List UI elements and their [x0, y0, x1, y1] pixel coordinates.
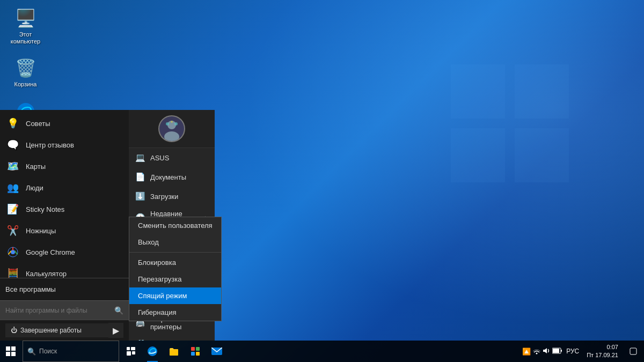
app-item-sticky[interactable]: 📝 Sticky Notes: [0, 198, 129, 220]
svg-rect-31: [561, 350, 562, 352]
svg-rect-22: [170, 349, 178, 356]
svg-rect-26: [196, 352, 200, 356]
app-item-maps[interactable]: 🗺️ Карты: [0, 156, 129, 177]
documents-icon: 📄: [134, 171, 146, 183]
desktop: 🖥️ Этоткомпьютер 🗑️ Корзина F: [0, 0, 644, 362]
app-item-snipping[interactable]: ✂️ Ножницы: [0, 220, 129, 241]
rp-asus[interactable]: 💻 ASUS: [129, 148, 215, 167]
apps-list: 💡 Советы 🗨️ Центр отзывов 🗺️ Карты 👥 Люд…: [0, 110, 129, 278]
taskbar-lang[interactable]: РУС: [563, 348, 582, 355]
submenu-switch-user[interactable]: Сменить пользователя: [129, 217, 221, 234]
submenu-separator: [129, 252, 221, 253]
svg-rect-14: [11, 346, 16, 351]
chrome-icon: [5, 245, 20, 260]
desktop-icons: 🖥️ Этоткомпьютер 🗑️ Корзина F: [5, 5, 46, 127]
svg-rect-18: [131, 347, 135, 350]
svg-point-28: [536, 352, 538, 354]
notification-button[interactable]: [623, 341, 644, 362]
submenu-sleep[interactable]: Спящий режим: [129, 287, 221, 304]
recycle-bin-icon: 🗑️: [15, 57, 36, 79]
taskbar-clock[interactable]: 0:07 Пт 17.09.21: [582, 343, 623, 360]
svg-rect-13: [6, 346, 10, 351]
svg-rect-16: [11, 352, 16, 356]
power-area: ⏻ Завершение работы ▶: [0, 320, 129, 341]
sticky-icon: 📝: [5, 202, 20, 217]
svg-rect-19: [127, 351, 131, 356]
svg-rect-32: [630, 348, 636, 354]
user-avatar[interactable]: [158, 115, 185, 142]
power-arrow-button[interactable]: ▶: [108, 323, 123, 338]
svg-rect-17: [127, 347, 130, 350]
svg-rect-24: [196, 347, 200, 351]
taskbar-search-label: Поиск: [39, 348, 57, 355]
windows-logo-watermark: [451, 64, 569, 182]
search-icon: 🔍: [114, 306, 123, 315]
taskbar-edge[interactable]: [142, 341, 163, 362]
rp-admin[interactable]: 🛠️ Администрирование ▶: [129, 335, 215, 341]
tray-volume[interactable]: [541, 346, 551, 357]
tips-icon: 💡: [5, 116, 20, 131]
computer-icon: 🖥️: [15, 8, 36, 29]
taskbar: 🔍 Поиск: [0, 341, 644, 362]
power-icon: ⏻: [11, 327, 17, 334]
submenu-hibernate[interactable]: Гибернация: [129, 304, 221, 321]
taskbar-items: 🔍 Поиск: [21, 341, 228, 362]
svg-rect-20: [132, 351, 135, 354]
search-input[interactable]: [5, 307, 114, 314]
asus-icon: 💻: [134, 152, 146, 164]
svg-rect-0: [451, 64, 505, 119]
computer-icon-label: Этоткомпьютер: [11, 31, 40, 45]
svg-point-11: [174, 122, 178, 125]
taskbar-explorer[interactable]: [163, 341, 185, 362]
tray-expand[interactable]: 🔼: [521, 346, 532, 357]
rp-documents[interactable]: 📄 Документы: [129, 167, 215, 187]
downloads-icon: ⬇️: [134, 190, 146, 202]
power-submenu: Сменить пользователя Выход Блокировка Пе…: [129, 217, 222, 321]
clock-date: Пт 17.09.21: [587, 351, 618, 359]
app-item-people[interactable]: 👥 Люди: [0, 177, 129, 198]
tray-network[interactable]: [532, 346, 541, 357]
svg-rect-25: [191, 352, 195, 356]
taskbar-mail[interactable]: [206, 341, 228, 362]
app-item-calc[interactable]: 🧮 Калькулятор: [0, 263, 129, 278]
all-programs-button[interactable]: Все программы: [0, 281, 129, 298]
admin-icon: 🛠️: [134, 338, 146, 341]
desktop-icon-this-computer[interactable]: 🖥️ Этоткомпьютер: [5, 5, 46, 47]
desktop-icon-recycle-bin[interactable]: 🗑️ Корзина: [5, 55, 46, 90]
submenu-logout[interactable]: Выход: [129, 234, 221, 250]
svg-point-6: [11, 250, 15, 254]
shutdown-button[interactable]: ⏻ Завершение работы: [5, 323, 108, 337]
app-item-tips[interactable]: 💡 Советы: [0, 113, 129, 134]
tray-battery[interactable]: [551, 346, 563, 357]
svg-point-12: [171, 121, 173, 123]
svg-rect-15: [6, 352, 10, 356]
rp-downloads[interactable]: ⬇️ Загрузки: [129, 187, 215, 206]
svg-rect-2: [451, 128, 505, 182]
app-item-chrome[interactable]: Google Chrome: [0, 241, 129, 263]
svg-rect-3: [515, 128, 569, 182]
svg-rect-30: [553, 349, 559, 353]
taskbar-store[interactable]: [185, 341, 206, 362]
snipping-icon: ✂️: [5, 223, 20, 238]
taskbar-search[interactable]: 🔍 Поиск: [23, 341, 119, 362]
svg-rect-23: [191, 347, 195, 351]
calc-icon: 🧮: [5, 266, 20, 278]
start-button[interactable]: [0, 341, 21, 362]
submenu-lock[interactable]: Блокировка: [129, 254, 221, 271]
start-search-bar: 🔍: [0, 300, 129, 320]
svg-rect-1: [515, 64, 569, 119]
start-menu-left-panel: 💡 Советы 🗨️ Центр отзывов 🗺️ Карты 👥 Люд…: [0, 110, 129, 341]
recycle-bin-label: Корзина: [14, 81, 37, 88]
people-icon: 👥: [5, 180, 20, 195]
submenu-restart[interactable]: Перезагрузка: [129, 271, 221, 287]
maps-icon: 🗺️: [5, 159, 20, 174]
start-menu-bottom: Все программы: [0, 278, 129, 300]
feedback-icon: 🗨️: [5, 137, 20, 152]
app-item-feedback[interactable]: 🗨️ Центр отзывов: [0, 134, 129, 156]
user-avatar-row: [129, 110, 215, 148]
clock-time: 0:07: [587, 343, 618, 351]
taskbar-right: 🔼 РУС: [521, 341, 644, 362]
svg-point-10: [166, 122, 169, 125]
taskbar-task-view[interactable]: [120, 341, 142, 362]
taskbar-search-icon: 🔍: [27, 348, 36, 356]
